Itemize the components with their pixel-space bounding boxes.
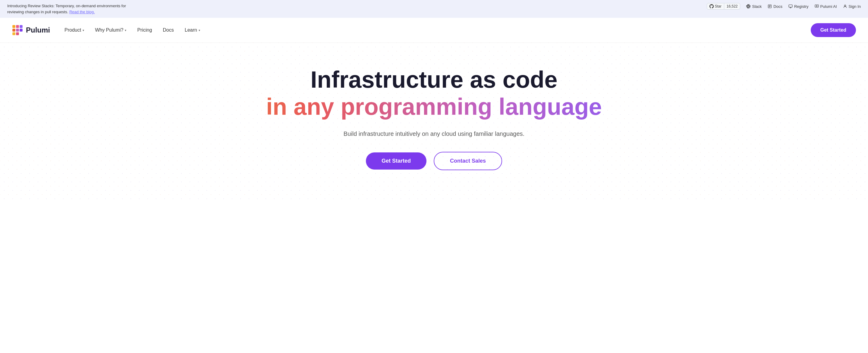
nav-why-pulumi[interactable]: Why Pulumi? ▾: [95, 27, 126, 33]
nav-why-pulumi-label: Why Pulumi?: [95, 27, 123, 33]
svg-rect-12: [20, 25, 23, 28]
nav-learn-label: Learn: [185, 27, 197, 33]
docs-top-link[interactable]: Docs: [768, 4, 782, 9]
hero-title-line1: Infrastructure as code: [6, 67, 862, 93]
hero-buttons: Get Started Contact Sales: [6, 152, 862, 170]
github-icon: [710, 4, 714, 8]
ai-icon: [815, 4, 819, 8]
announcement-message: Introducing Review Stacks: Temporary, on…: [7, 4, 126, 14]
nav-docs[interactable]: Docs: [163, 27, 174, 33]
learn-chevron-icon: ▾: [198, 29, 200, 32]
logo[interactable]: Pulumi: [12, 25, 50, 36]
svg-rect-17: [20, 29, 23, 32]
nav-get-started-button[interactable]: Get Started: [811, 23, 856, 37]
person-icon: [843, 4, 847, 8]
slack-link[interactable]: Slack: [746, 4, 762, 9]
docs-icon: [768, 4, 772, 8]
svg-rect-16: [16, 32, 19, 35]
top-right-links: Star 16,522 Slack Docs Registry: [707, 3, 861, 10]
svg-point-8: [816, 5, 817, 7]
hero-subtitle: Build infrastructure intuitively on any …: [6, 130, 862, 137]
hero-contact-sales-button[interactable]: Contact Sales: [434, 152, 502, 170]
nav-product-label: Product: [64, 27, 81, 33]
nav-docs-label: Docs: [163, 27, 174, 33]
logo-text: Pulumi: [26, 26, 50, 34]
nav-pricing[interactable]: Pricing: [137, 27, 152, 33]
hero-get-started-button[interactable]: Get Started: [366, 152, 427, 169]
registry-label: Registry: [794, 4, 809, 9]
why-pulumi-chevron-icon: ▾: [125, 29, 126, 32]
product-chevron-icon: ▾: [83, 29, 84, 32]
slack-icon: [746, 4, 750, 8]
pulumi-ai-link[interactable]: Pulumi AI: [815, 4, 837, 9]
slack-label: Slack: [752, 4, 762, 9]
hero-section: Infrastructure as code in any programmin…: [0, 43, 868, 200]
nav-learn[interactable]: Learn ▾: [185, 27, 200, 33]
nav-links: Product ▾ Why Pulumi? ▾ Pricing Docs Lea…: [64, 27, 200, 33]
hero-title: Infrastructure as code in any programmin…: [6, 67, 862, 121]
sign-in-label: Sign In: [849, 4, 861, 9]
registry-link[interactable]: Registry: [788, 4, 809, 9]
svg-point-9: [844, 5, 846, 6]
pulumi-ai-label: Pulumi AI: [820, 4, 837, 9]
pulumi-logo-icon: [12, 25, 23, 36]
svg-rect-4: [789, 5, 792, 7]
svg-rect-14: [16, 29, 19, 32]
star-label: Star: [715, 4, 721, 8]
nav-left: Pulumi Product ▾ Why Pulumi? ▾ Pricing D…: [12, 25, 200, 36]
announcement-text: Introducing Review Stacks: Temporary, on…: [7, 3, 128, 15]
nav-product[interactable]: Product ▾: [64, 27, 84, 33]
svg-rect-7: [815, 5, 818, 7]
github-star-badge[interactable]: Star 16,522: [707, 3, 741, 10]
svg-rect-11: [16, 25, 19, 28]
announcement-link[interactable]: Read the blog.: [69, 10, 95, 14]
star-count: 16,522: [724, 3, 741, 10]
svg-rect-15: [12, 32, 16, 35]
svg-rect-13: [12, 29, 16, 32]
main-nav: Pulumi Product ▾ Why Pulumi? ▾ Pricing D…: [0, 18, 868, 43]
sign-in-link[interactable]: Sign In: [843, 4, 861, 9]
announcement-bar: Introducing Review Stacks: Temporary, on…: [0, 0, 868, 18]
nav-pricing-label: Pricing: [137, 27, 152, 33]
hero-title-line2: in any programming language: [6, 93, 862, 121]
docs-top-label: Docs: [773, 4, 782, 9]
registry-icon: [788, 4, 793, 8]
star-button[interactable]: Star: [707, 3, 724, 10]
svg-rect-10: [12, 25, 16, 28]
